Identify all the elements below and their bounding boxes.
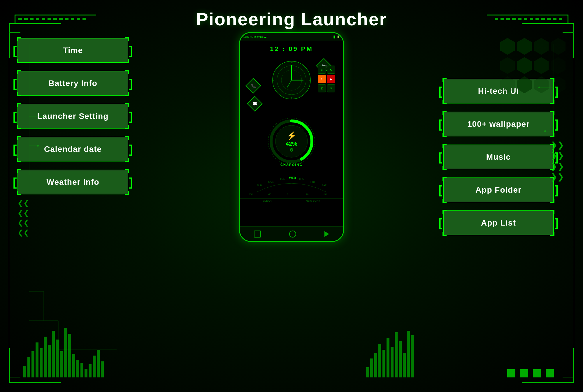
- bottom-indicator-dots: [507, 369, 554, 377]
- btn-battery-info[interactable]: Battery Info: [17, 71, 128, 96]
- phone-frame: 12:09 PM | 5.0KB/s ☁ ·· ▐▌ 🔋 12 : 09 PM: [239, 32, 344, 242]
- btn-time[interactable]: Time: [17, 38, 128, 63]
- btn-app-folder[interactable]: App Folder: [443, 177, 554, 202]
- nav-back: [254, 231, 261, 238]
- title-bar: Pioneering Launcher: [0, 9, 583, 29]
- svg-text:FRI: FRI: [310, 180, 315, 183]
- svg-text:⚙: ⚙: [289, 147, 294, 152]
- btn-music[interactable]: Music: [443, 145, 554, 169]
- days-display: SUN MON TUE WED THU FRI SAT 7°C -15 0 20…: [240, 169, 343, 198]
- weather-bar: CLEAR NEW YORK: [240, 198, 343, 203]
- nav-home: [289, 231, 296, 238]
- phone-mockup: 12:09 PM | 5.0KB/s ☁ ·· ▐▌ 🔋 12 : 09 PM: [239, 32, 344, 242]
- svg-text:3: 3: [308, 79, 310, 82]
- left-panel: Time Battery Info Launcher Setting Calen…: [17, 38, 140, 203]
- btn-app-list[interactable]: App List: [443, 210, 554, 235]
- svg-text:SAT: SAT: [322, 184, 326, 187]
- btn-wallpaper[interactable]: 100+ wallpaper: [443, 112, 554, 136]
- battery-widget: ⚡ 42% ⚙ CHARGING: [265, 115, 318, 168]
- svg-text:12: 12: [291, 61, 293, 64]
- svg-text:-15: -15: [268, 193, 271, 195]
- hexagons-decoration: [500, 38, 566, 93]
- right-panel: Hi-tech UI 100+ wallpaper Music App Fold…: [443, 79, 566, 243]
- diamond-phone-icon: 📞: [245, 78, 261, 94]
- app-icons-grid: ≡ ⚙ f ▶ ✆ ✉: [318, 66, 335, 92]
- btn-launcher-setting[interactable]: Launcher Setting: [17, 104, 128, 129]
- phone-nav-bar: [240, 226, 343, 241]
- svg-text:9: 9: [273, 79, 274, 82]
- svg-text:6: 6: [291, 97, 292, 99]
- equalizer-left: [23, 319, 104, 377]
- svg-text:JAN: JAN: [324, 193, 327, 195]
- diamond-msg-icon: 💬: [247, 96, 263, 112]
- indicator-dot-2: [520, 369, 528, 377]
- svg-text:42%: 42%: [286, 140, 297, 147]
- phone-screen: 12:09 PM | 5.0KB/s ☁ ·· ▐▌ 🔋 12 : 09 PM: [240, 33, 343, 241]
- btn-calendar-date[interactable]: Calendar date: [17, 137, 128, 161]
- svg-text:SUN: SUN: [257, 184, 262, 187]
- nav-recent: [324, 231, 329, 237]
- status-bar: 12:09 PM | 5.0KB/s ☁ ·· ▐▌ 🔋: [240, 33, 343, 41]
- indicator-dot-3: [533, 369, 541, 377]
- right-chevrons: ❯❯❯❯❯❯❯❯: [551, 140, 564, 182]
- phone-time-display: 12 : 09 PM: [242, 45, 341, 53]
- phone-content: 12 : 09 PM: [240, 41, 343, 57]
- svg-text:20: 20: [306, 193, 308, 195]
- indicator-dot-4: [546, 369, 554, 377]
- app-title: Pioneering Launcher: [0, 9, 583, 29]
- btn-weather-info[interactable]: Weather Info: [17, 170, 128, 194]
- svg-text:MON: MON: [268, 180, 274, 183]
- svg-text:0: 0: [287, 193, 288, 195]
- clock-widget: 12 9 3 6 📞 📷 💬 ≡ ⚙: [245, 57, 338, 115]
- left-chevrons: ❮❮❮❮❮❮❮❮: [17, 198, 29, 237]
- svg-text:7°C: 7°C: [249, 193, 253, 195]
- svg-text:THU: THU: [299, 177, 304, 180]
- indicator-dot-1: [507, 369, 515, 377]
- charging-label: CHARGING: [280, 163, 303, 166]
- svg-text:WED: WED: [289, 176, 296, 180]
- svg-text:⚡: ⚡: [287, 131, 297, 140]
- svg-text:TUE: TUE: [280, 177, 285, 180]
- equalizer-right: [366, 319, 414, 377]
